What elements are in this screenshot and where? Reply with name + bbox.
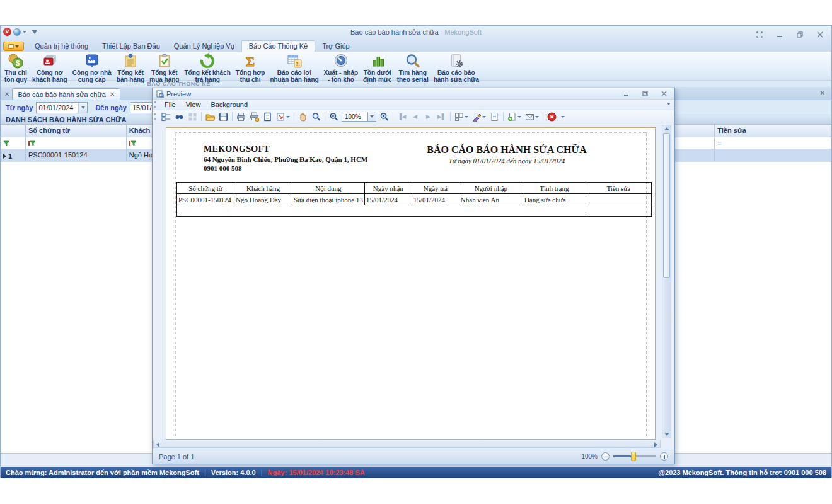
next-page-icon[interactable]: ▶ bbox=[422, 111, 435, 122]
document-map-icon[interactable] bbox=[159, 111, 173, 122]
minimize-button[interactable] bbox=[773, 29, 786, 40]
grid-column-tien-sua[interactable]: Tiền sửa bbox=[715, 125, 831, 137]
vertical-scrollbar[interactable] bbox=[662, 125, 671, 438]
magnifier-icon[interactable] bbox=[309, 111, 323, 122]
cell-so-chung-tu[interactable]: PSC00001-150124 bbox=[26, 149, 127, 161]
filter-cell-so-chung-tu[interactable] bbox=[26, 137, 127, 149]
application-button[interactable] bbox=[3, 42, 24, 51]
document-tab[interactable]: Báo cáo bảo hành sửa chữa ✕ bbox=[12, 88, 120, 100]
report-header-row: Số chứng từ Khách hàng Nội dung Ngày nhậ… bbox=[177, 183, 652, 194]
chevron-down-icon[interactable] bbox=[535, 116, 539, 118]
chevron-down-icon[interactable] bbox=[517, 116, 521, 118]
button-tong-ket-mua-hang[interactable]: Tổng kết mua hàng bbox=[147, 52, 182, 83]
title-bar: V Báo cáo bảo hành sửa chữa - MekongSoft bbox=[1, 26, 831, 40]
close-preview-icon[interactable] bbox=[545, 111, 558, 122]
button-cong-no-nha-cung-cap[interactable]: Công nợ nhà cung cấp bbox=[70, 52, 114, 83]
from-date-dropdown[interactable] bbox=[78, 103, 87, 113]
preview-close-button[interactable] bbox=[657, 88, 671, 100]
filter-edit-icon bbox=[3, 140, 9, 146]
chevron-down-icon bbox=[81, 106, 85, 109]
from-date-input[interactable]: 01/01/2024 bbox=[36, 102, 88, 113]
preview-title-bar[interactable]: Preview bbox=[153, 88, 674, 100]
button-bao-cao-loi-nhuan[interactable]: Σ Báo cáo lợi nhuận bán hàng bbox=[267, 52, 321, 83]
scroll-right-icon[interactable] bbox=[654, 442, 657, 447]
preview-minimize-button[interactable] bbox=[620, 88, 633, 100]
thumbnails-icon[interactable] bbox=[186, 111, 199, 122]
customer-debt-icon bbox=[42, 53, 58, 69]
export-icon[interactable] bbox=[506, 111, 519, 122]
menu-view[interactable]: View bbox=[181, 101, 206, 108]
row-arrow-icon bbox=[3, 154, 6, 159]
close-icon[interactable]: ✕ bbox=[4, 91, 9, 98]
zoom-out-icon[interactable] bbox=[327, 111, 340, 122]
tab-bao-cao-thong-ke[interactable]: Báo Cáo Thống Kê bbox=[241, 40, 315, 52]
button-tong-ket-khach-tra-hang[interactable]: Tổng kết khách trả hàng bbox=[182, 52, 233, 83]
preview-icon bbox=[156, 90, 164, 98]
tab-quan-tri-he-thong[interactable]: Quản trị hệ thống bbox=[28, 41, 95, 52]
menu-background[interactable]: Background bbox=[205, 101, 253, 108]
print-icon[interactable] bbox=[234, 111, 248, 122]
chevron-down-icon[interactable] bbox=[286, 116, 290, 118]
last-page-icon[interactable]: ▶▌ bbox=[435, 111, 448, 122]
hand-tool-icon[interactable] bbox=[296, 111, 309, 122]
grid-column-so-chung-tu[interactable]: Số chứng từ bbox=[26, 125, 127, 137]
window-title: Báo cáo bảo hành sửa chữa - MekongSoft bbox=[1, 28, 831, 36]
multiple-pages-icon[interactable] bbox=[453, 111, 466, 122]
scrollbar-thumb[interactable] bbox=[663, 133, 670, 278]
toolbar-overflow-icon[interactable] bbox=[561, 116, 565, 118]
close-button[interactable] bbox=[813, 29, 826, 40]
toolbar-grip-handle[interactable] bbox=[154, 113, 156, 120]
menu-overflow-icon[interactable] bbox=[667, 103, 671, 105]
menu-grip-handle[interactable] bbox=[154, 101, 156, 108]
save-icon[interactable] bbox=[217, 111, 230, 122]
tab-quan-ly-nghiep-vu[interactable]: Quản Lý Nghiệp Vụ bbox=[167, 41, 241, 52]
fullscreen-button[interactable] bbox=[753, 29, 766, 40]
zoom-in-button[interactable] bbox=[660, 452, 668, 461]
button-cong-no-khach-hang[interactable]: Công nợ khách hàng bbox=[30, 52, 70, 83]
cell-tien-sua[interactable] bbox=[715, 149, 831, 161]
button-bao-cao-bao-hanh-sua-chua[interactable]: Báo cáo bảo hành sửa chữa bbox=[431, 52, 482, 83]
button-tong-ket-ban-hang[interactable]: Tổng kết bán hàng bbox=[114, 52, 147, 83]
button-thu-chi-ton-quy[interactable]: $ Thu chi tồn quỹ bbox=[2, 52, 30, 83]
zoom-slider[interactable] bbox=[613, 455, 656, 457]
tab-thiet-lap-ban-dau[interactable]: Thiết Lập Ban Đầu bbox=[95, 41, 167, 52]
previous-page-icon[interactable]: ◀ bbox=[408, 111, 422, 122]
filter-cell-tien-sua[interactable]: = bbox=[715, 137, 831, 149]
scroll-left-icon[interactable] bbox=[156, 442, 159, 447]
report-company-phone: 0901 000 508 bbox=[204, 164, 367, 172]
preview-maximize-button[interactable] bbox=[638, 88, 652, 100]
inventory-gauge-icon bbox=[333, 53, 349, 69]
quick-print-icon[interactable] bbox=[248, 111, 261, 122]
email-icon[interactable] bbox=[523, 111, 536, 122]
first-page-icon[interactable]: ▐◀ bbox=[395, 111, 408, 122]
scroll-down-icon[interactable] bbox=[664, 433, 669, 436]
report-footer-row bbox=[177, 205, 652, 217]
page-setup-icon[interactable] bbox=[261, 111, 274, 122]
chevron-down-icon[interactable] bbox=[482, 116, 486, 118]
scroll-up-icon[interactable] bbox=[664, 127, 669, 130]
menu-file[interactable]: File bbox=[159, 101, 181, 108]
button-ton-duoi-dinh-muc[interactable]: Tồn dưới định mức bbox=[361, 52, 395, 83]
button-tim-hang-theo-serial[interactable]: Tìm hàng theo serial bbox=[395, 52, 431, 83]
search-icon[interactable] bbox=[173, 111, 186, 122]
scale-icon[interactable] bbox=[274, 111, 287, 122]
chevron-down-icon[interactable] bbox=[465, 116, 468, 118]
zoom-in-icon[interactable] bbox=[378, 111, 391, 122]
ribbon-collapse-icon[interactable] bbox=[821, 81, 826, 84]
restore-button[interactable] bbox=[793, 29, 806, 40]
button-tong-hop-thu-chi[interactable]: Σ Tổng hợp thu chi bbox=[233, 52, 268, 83]
zoom-dropdown[interactable] bbox=[368, 112, 376, 122]
open-icon[interactable] bbox=[204, 111, 217, 122]
watermark-icon[interactable] bbox=[488, 111, 501, 122]
zoom-combo[interactable]: 100% bbox=[342, 112, 376, 122]
to-date-label: Đến ngày bbox=[95, 104, 127, 112]
page-color-icon[interactable] bbox=[470, 111, 483, 122]
app-status-bar: Chào mừng: Administrator đến với phần mề… bbox=[1, 467, 831, 478]
panel-close-icon[interactable]: ✕ bbox=[820, 90, 825, 96]
horizontal-scrollbar[interactable] bbox=[153, 440, 661, 448]
zoom-slider-thumb[interactable] bbox=[631, 452, 636, 461]
tab-close-icon[interactable]: ✕ bbox=[110, 91, 115, 98]
tab-tro-giup[interactable]: Trợ Giúp bbox=[315, 41, 356, 52]
zoom-out-button[interactable] bbox=[601, 452, 610, 461]
button-xuat-nhap-ton-kho[interactable]: Xuất - nhập - tồn kho bbox=[321, 52, 361, 83]
